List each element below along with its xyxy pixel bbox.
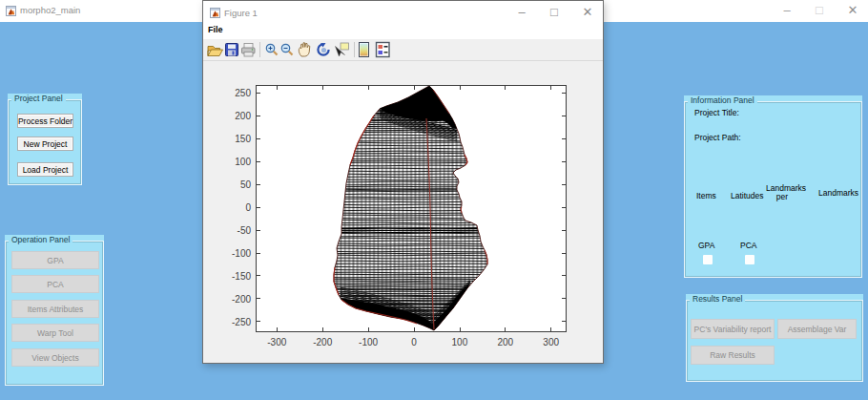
svg-text:-100: -100 xyxy=(232,248,251,259)
svg-text:300: 300 xyxy=(543,337,559,347)
svg-text:150: 150 xyxy=(235,134,251,144)
svg-text:50: 50 xyxy=(240,179,252,190)
svg-text:200: 200 xyxy=(497,337,513,347)
svg-text:100: 100 xyxy=(452,337,468,347)
svg-text:-200: -200 xyxy=(313,337,332,347)
svg-text:-100: -100 xyxy=(359,337,378,347)
svg-text:250: 250 xyxy=(235,88,251,98)
svg-text:-250: -250 xyxy=(232,317,251,327)
svg-text:100: 100 xyxy=(235,157,251,167)
svg-text:-300: -300 xyxy=(267,337,286,347)
svg-text:-150: -150 xyxy=(232,271,251,282)
svg-text:200: 200 xyxy=(235,111,251,121)
svg-text:0: 0 xyxy=(411,337,417,347)
svg-text:-200: -200 xyxy=(232,294,251,305)
svg-text:0: 0 xyxy=(245,202,251,213)
svg-text:-50: -50 xyxy=(238,225,252,236)
